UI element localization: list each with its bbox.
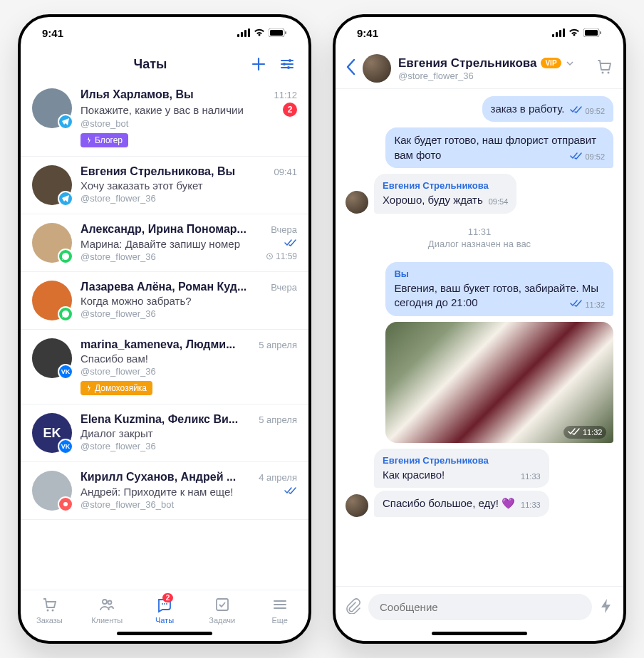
network-badge: VK	[58, 439, 73, 454]
avatar-wrap	[32, 281, 72, 320]
msg-text: заказ в работу.	[491, 103, 565, 115]
chat-handle: @store_flower_36	[80, 251, 156, 262]
svg-rect-23	[563, 28, 565, 37]
network-badge	[58, 114, 73, 130]
svg-rect-5	[270, 30, 283, 36]
chevron-down-icon	[566, 59, 574, 68]
msg-avatar	[346, 191, 368, 214]
chat-handle: @store_flower_36	[80, 441, 156, 451]
svg-point-27	[602, 72, 604, 74]
divider-text: Диалог назначен на вас	[346, 239, 613, 249]
message-in[interactable]: Евгения СтрельниковаКак красиво!11:33Спа…	[346, 449, 549, 517]
battery-icon	[583, 28, 602, 37]
contact-avatar[interactable]	[363, 54, 391, 83]
bolt-icon	[599, 598, 613, 614]
msg-text: Как будет готово, наш флорист отправит в…	[394, 134, 596, 160]
contact-info[interactable]: Евгения Стрельникова VIP @store_flower_3…	[398, 56, 589, 81]
nav-icon	[214, 596, 231, 615]
filter-button[interactable]	[277, 54, 297, 74]
chat-item[interactable]: Илья Харламов, Вы 11:12 Покажите, какие …	[21, 80, 308, 157]
nav-label: Задачи	[209, 616, 235, 625]
new-chat-button[interactable]	[249, 54, 269, 74]
chat-time: 4 апреля	[259, 472, 297, 483]
message-photo[interactable]: 11:32	[385, 322, 613, 443]
chat-handle: @store_flower_36	[80, 366, 156, 377]
msg-meta: 09:54	[489, 197, 509, 207]
chat-item[interactable]: Лазарева Алёна, Роман Куд... Вчера Когда…	[21, 272, 308, 330]
chat-item[interactable]: VK marina_kameneva, Людми... 5 апреля Сп…	[21, 330, 308, 404]
quick-send-button[interactable]	[599, 598, 613, 617]
chat-time: 5 апреля	[259, 414, 297, 425]
svg-point-9	[287, 66, 290, 69]
message-out[interactable]: Как будет готово, наш флорист отправит в…	[385, 127, 613, 168]
chat-item[interactable]: Евгения Стрельникова, Вы 09:41 Хочу зака…	[21, 157, 308, 214]
message-input[interactable]	[368, 594, 592, 620]
msg-text: Спасибо большое, еду! 💜	[383, 497, 515, 509]
chat-name: Евгения Стрельникова, Вы	[80, 165, 268, 178]
avatar-wrap	[32, 223, 72, 263]
msg-sender: Евгения Стрельникова	[383, 454, 541, 467]
chat-handle: @store_bot	[80, 118, 128, 129]
phone-chats-list: 9:41 Чаты Илья Харламов, Вы 11:12 Пока	[18, 14, 311, 644]
chat-item[interactable]: Александр, Ирина Пономар... Вчера Марина…	[21, 214, 308, 272]
chat-name: Elena Kuzmina, Феликс Ви...	[80, 413, 253, 426]
contact-name: Евгения Стрельникова	[398, 56, 536, 70]
messages-area[interactable]: заказ в работу.09:52Как будет готово, на…	[336, 89, 623, 586]
chat-body: Евгения Стрельникова, Вы 09:41 Хочу зака…	[80, 165, 297, 205]
message-in[interactable]: Евгения СтрельниковаХорошо, буду ждать09…	[346, 174, 516, 214]
chat-name: Лазарева Алёна, Роман Куд...	[80, 281, 265, 293]
svg-point-16	[162, 603, 163, 605]
avatar-wrap: VK	[32, 338, 72, 378]
chat-snippet: Хочу заказать этот букет	[80, 179, 297, 192]
message-out[interactable]: ВыЕвгения, ваш букет готов, забирайте. М…	[385, 262, 613, 316]
nav-icon	[41, 596, 58, 615]
read-ticks-icon	[570, 152, 583, 163]
read-ticks-icon	[284, 237, 297, 250]
chat-snippet: Когда можно забрать?	[80, 295, 297, 307]
svg-point-12	[47, 610, 49, 612]
chat-item[interactable]: EK VK Elena Kuzmina, Феликс Ви... 5 апре…	[21, 404, 308, 462]
svg-rect-0	[237, 34, 239, 37]
chats-header: Чаты	[21, 48, 308, 80]
network-badge	[58, 191, 73, 207]
msg-meta: 09:52	[570, 152, 605, 163]
contact-handle: @store_flower_36	[398, 70, 589, 81]
chat-header: Евгения Стрельникова VIP @store_flower_3…	[336, 48, 623, 89]
signal-icon	[552, 28, 565, 37]
attach-button[interactable]	[346, 598, 361, 617]
nav-icon	[98, 596, 115, 615]
chat-name: Илья Харламов, Вы	[80, 88, 268, 101]
read-ticks-icon	[570, 105, 583, 117]
nav-item-Еще[interactable]: Еще	[251, 596, 308, 625]
photo-attachment[interactable]: 11:32	[385, 322, 613, 443]
network-badge	[58, 306, 73, 322]
chat-snippet: Покажите, какие у вас в наличии	[80, 104, 277, 116]
msg-text: Евгения, ваш букет готов, забирайте. Мы …	[394, 282, 598, 308]
nav-item-Чаты[interactable]: 2Чаты	[136, 596, 194, 625]
wifi-icon	[254, 28, 265, 37]
bottom-nav: ЗаказыКлиенты2ЧатыЗадачиЕще	[21, 590, 308, 627]
cart-button[interactable]	[596, 58, 613, 78]
chevron-left-icon	[346, 58, 355, 75]
msg-meta: 11:33	[521, 500, 541, 511]
message-out[interactable]: заказ в работу.09:52	[482, 96, 614, 122]
back-button[interactable]	[346, 58, 355, 78]
nav-item-Клиенты[interactable]: Клиенты	[78, 596, 136, 625]
nav-item-Заказы[interactable]: Заказы	[21, 596, 78, 625]
status-icons	[237, 28, 287, 37]
network-badge: VK	[58, 364, 73, 380]
chat-time: 09:41	[274, 167, 297, 177]
msg-meta: 11:32	[564, 426, 607, 439]
paperclip-icon	[346, 598, 361, 614]
chat-name: Кирилл Суханов, Андрей ...	[80, 471, 253, 484]
chat-item[interactable]: Кирилл Суханов, Андрей ... 4 апреля Андр…	[21, 462, 308, 520]
nav-item-Задачи[interactable]: Задачи	[193, 596, 251, 625]
msg-meta: 09:52	[570, 105, 605, 117]
msg-meta: 11:33	[521, 471, 541, 482]
vip-badge: VIP	[541, 58, 561, 68]
chat-list[interactable]: Илья Харламов, Вы 11:12 Покажите, какие …	[21, 80, 308, 590]
signal-icon	[237, 28, 250, 37]
svg-point-7	[289, 59, 291, 62]
nav-label: Еще	[271, 616, 287, 625]
chat-body: Elena Kuzmina, Феликс Ви... 5 апреля Диа…	[80, 413, 297, 453]
